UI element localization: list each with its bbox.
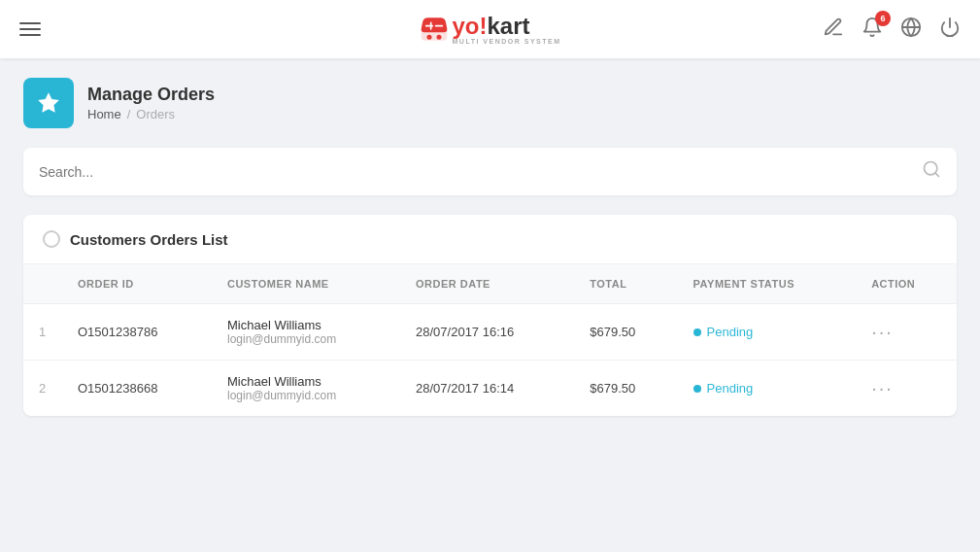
table-body: 1 O1501238786 Michael Williams login@dum… [23,304,957,417]
page-title-group: Manage Orders Home / Orders [87,85,215,121]
action-menu-button[interactable]: ··· [871,321,894,342]
status-label: Pending [707,381,754,396]
row-total: $679.50 [574,304,677,361]
row-total: $679.50 [574,361,677,417]
col-action: ACTION [856,264,957,304]
action-menu-button[interactable]: ··· [871,377,894,398]
row-customer: Michael Williams login@dummyid.com [212,304,400,361]
col-customer-name: CUSTOMER NAME [212,264,400,304]
edit-icon[interactable] [823,17,844,43]
svg-point-2 [436,35,441,40]
table-header-row: ORDER ID CUSTOMER NAME ORDER DATE TOTAL … [23,264,957,304]
col-payment-status: PAYMENT STATUS [678,264,857,304]
page-content: Manage Orders Home / Orders Customers Or… [0,58,980,435]
search-icon[interactable] [922,159,941,184]
page-title: Manage Orders [87,85,215,105]
breadcrumb-separator: / [127,107,131,121]
breadcrumb-current: Orders [136,107,175,121]
logo-image: yo!kart MULTI VENDOR SYSTEM [420,15,561,45]
page-header-section: Manage Orders Home / Orders [23,78,957,128]
customer-email: login@dummyid.com [227,332,385,346]
customer-email: login@dummyid.com [227,389,385,402]
header: yo!kart MULTI VENDOR SYSTEM 6 [0,0,980,58]
table-header: ORDER ID CUSTOMER NAME ORDER DATE TOTAL … [23,264,957,304]
header-left [19,22,41,36]
header-dot-icon [43,230,60,248]
logo-text: yo!kart [453,15,530,38]
power-icon[interactable] [939,17,961,43]
cart-icon [420,15,449,44]
notification-badge: 6 [875,11,891,26]
status-label: Pending [707,325,754,339]
svg-point-1 [426,35,431,40]
logo-subtitle: MULTI VENDOR SYSTEM [453,38,561,45]
status-badge: Pending [693,325,841,339]
breadcrumb: Home / Orders [87,107,215,121]
svg-line-8 [935,173,939,177]
row-payment-status: Pending [678,361,857,417]
breadcrumb-home[interactable]: Home [87,107,121,121]
table-row: 1 O1501238786 Michael Williams login@dum… [23,304,957,361]
notification-bell-icon[interactable]: 6 [862,17,883,43]
row-index: 2 [23,361,62,417]
search-input[interactable] [39,164,922,180]
row-action[interactable]: ··· [856,304,957,361]
orders-card-header: Customers Orders List [23,215,957,264]
row-payment-status: Pending [678,304,857,361]
orders-card-title: Customers Orders List [70,231,228,248]
customer-name: Michael Williams [227,318,385,332]
orders-card: Customers Orders List ORDER ID CUSTOMER … [23,215,957,416]
globe-icon[interactable] [900,17,922,43]
row-action[interactable]: ··· [856,361,957,417]
status-dot-icon [693,328,701,336]
header-right: 6 [823,17,961,43]
row-customer: Michael Williams login@dummyid.com [212,361,400,417]
col-order-date: ORDER DATE [400,264,574,304]
col-total: TOTAL [574,264,677,304]
col-order-id: ORDER ID [62,264,212,304]
logo: yo!kart MULTI VENDOR SYSTEM [420,15,561,45]
col-index [23,264,62,304]
search-bar-container [23,148,957,195]
hamburger-menu[interactable] [19,22,41,36]
row-order-date: 28/07/2017 16:14 [400,361,574,417]
svg-marker-6 [38,92,59,113]
status-badge: Pending [693,381,841,396]
row-order-id: O1501238786 [62,304,212,361]
page-icon [23,78,74,128]
row-order-date: 28/07/2017 16:16 [400,304,574,361]
row-order-id: O1501238668 [62,361,212,417]
table-row: 2 O1501238668 Michael Williams login@dum… [23,361,957,417]
row-index: 1 [23,304,62,361]
orders-table: ORDER ID CUSTOMER NAME ORDER DATE TOTAL … [23,264,957,416]
customer-name: Michael Williams [227,374,385,389]
status-dot-icon [693,385,701,393]
